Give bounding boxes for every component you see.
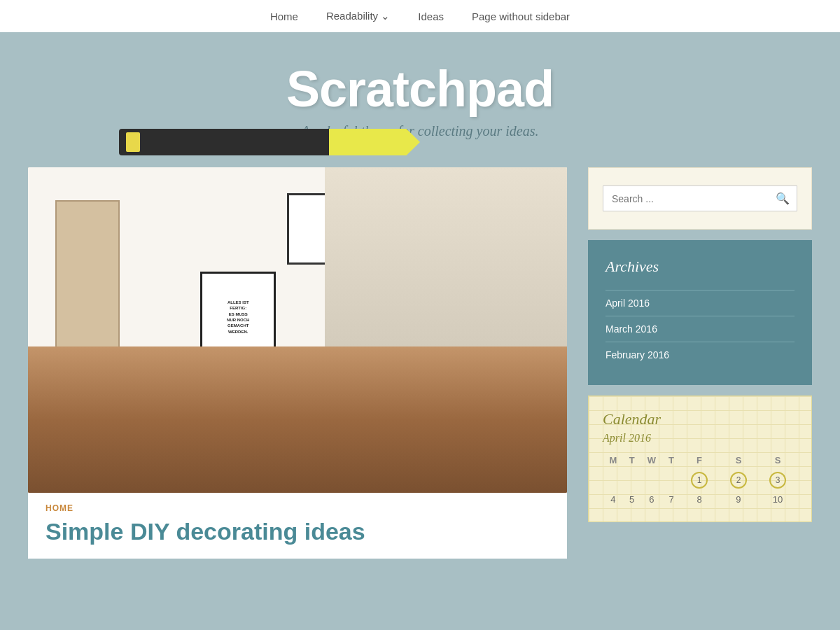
main-nav: Home Readability ⌄ Ideas Page without si… [0, 0, 840, 32]
archives-widget: Archives April 2016 March 2016 February … [588, 240, 812, 385]
calendar-widget: Calendar April 2016 M T W T F S S [588, 396, 812, 522]
cal-header-w: W [640, 451, 664, 469]
calendar-table: M T W T F S S 1 [603, 451, 797, 507]
cal-cell-8[interactable]: 8 [680, 491, 719, 507]
cal-row-1: 1 2 3 [603, 469, 797, 491]
marker-body [119, 129, 329, 155]
search-button[interactable]: 🔍 [769, 186, 797, 211]
cal-cell [624, 469, 640, 491]
cal-cell-2[interactable]: 2 [719, 469, 758, 491]
main-layout: ALLES IST FERTIG: ES MUSS NUR NOCH GEMAC… [0, 167, 840, 559]
calendar-title: Calendar [603, 410, 797, 428]
cal-cell-5[interactable]: 5 [624, 491, 640, 507]
cal-cell [640, 469, 664, 491]
cal-header-t2: T [663, 451, 680, 469]
marker-tip [329, 129, 420, 155]
cal-cell-10[interactable]: 10 [758, 491, 797, 507]
cal-cell-1[interactable]: 1 [680, 469, 719, 491]
search-widget: 🔍 [588, 167, 812, 230]
search-box: 🔍 [603, 186, 797, 211]
search-input[interactable] [603, 188, 769, 210]
post-featured-image: ALLES IST FERTIG: ES MUSS NUR NOCH GEMAC… [28, 167, 567, 493]
chevron-down-icon: ⌄ [381, 10, 390, 22]
cal-cell [603, 469, 624, 491]
nav-ideas[interactable]: Ideas [418, 10, 444, 22]
archive-march[interactable]: March 2016 [606, 316, 794, 342]
archive-february[interactable]: February 2016 [606, 342, 794, 368]
cal-row-2: 4 5 6 7 8 9 10 [603, 491, 797, 507]
cal-header-s1: S [719, 451, 758, 469]
sidebar: 🔍 Archives April 2016 March 2016 Februar… [588, 167, 812, 559]
cal-cell [663, 469, 680, 491]
nav-home[interactable]: Home [270, 10, 298, 22]
cal-cell-6[interactable]: 6 [640, 491, 664, 507]
kitchen-scene: ALLES IST FERTIG: ES MUSS NUR NOCH GEMAC… [28, 167, 567, 493]
cal-header-s2: S [758, 451, 797, 469]
poster-text: ALLES IST FERTIG: ES MUSS NUR NOCH GEMAC… [227, 300, 249, 335]
post-category[interactable]: HOME [46, 503, 550, 513]
nav-readability[interactable]: Readability ⌄ [326, 10, 390, 22]
post-content: HOME Simple DIY decorating ideas [28, 489, 567, 559]
cal-header-m: M [603, 451, 624, 469]
site-title: Scratchpad [0, 60, 840, 118]
cal-header-t1: T [624, 451, 640, 469]
content-area: ALLES IST FERTIG: ES MUSS NUR NOCH GEMAC… [28, 167, 567, 559]
search-icon: 🔍 [776, 192, 790, 204]
archive-april[interactable]: April 2016 [606, 290, 794, 316]
kitchen-table [28, 346, 567, 493]
marker-decoration [119, 129, 420, 155]
calendar-month: April 2016 [603, 432, 797, 444]
wall-frame-1 [287, 193, 330, 265]
cal-cell-9[interactable]: 9 [719, 491, 758, 507]
post-title: Simple DIY decorating ideas [46, 519, 550, 545]
archives-title: Archives [606, 258, 794, 276]
cal-cell-4[interactable]: 4 [603, 491, 624, 507]
cal-header-f: F [680, 451, 719, 469]
cal-cell-3[interactable]: 3 [758, 469, 797, 491]
cal-cell-7[interactable]: 7 [663, 491, 680, 507]
nav-page-without-sidebar[interactable]: Page without sidebar [472, 10, 570, 22]
